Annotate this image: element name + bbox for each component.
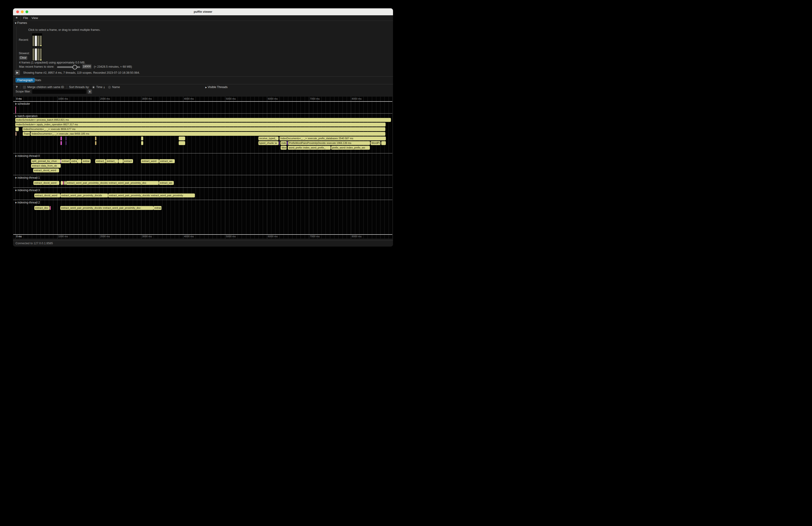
scope-bar[interactable] [95, 136, 97, 141]
collapse-triangle-icon: ▼ [15, 177, 17, 179]
sort-time-label: Time [96, 86, 102, 89]
scope-bar[interactable]: extract_ [95, 159, 106, 163]
frame-bar[interactable] [40, 36, 42, 46]
scope-bar[interactable]: typed_chunk::w [258, 141, 278, 145]
thread-header-indexing-thread:3[interactable]: ▼ indexing-thread:3 [15, 189, 40, 192]
thread-name: batch-operation [17, 115, 38, 118]
scope-bar[interactable] [77, 159, 81, 163]
menu-view[interactable]: View [31, 16, 38, 20]
scope-bar[interactable] [287, 141, 288, 145]
frame-bar[interactable] [35, 36, 37, 46]
scope-bar[interactable]: extract_wo [159, 159, 175, 163]
scope-bar[interactable] [16, 127, 18, 131]
scope-bar[interactable]: extract_word_pair_proximity_docids::extr… [60, 206, 154, 210]
scope-bar[interactable]: split_grenad_by_chun [31, 159, 60, 163]
tab-flamegraph[interactable]: Flamegraph [16, 78, 35, 83]
slowest-frames-thumbnail[interactable] [31, 47, 43, 61]
scope-bar[interactable] [16, 132, 16, 136]
max-frames-slider-knob[interactable] [73, 65, 77, 70]
scope-bar[interactable]: extract [123, 159, 133, 163]
help-button[interactable]: ? [16, 86, 18, 89]
scope-bar[interactable]: extract_doc [34, 206, 49, 210]
scope-bar[interactable]: extract_wo [159, 181, 174, 185]
scope-filter-clear-button[interactable]: x [88, 89, 92, 94]
scope-bar[interactable]: extract_docid_word [33, 169, 59, 172]
scope-bar[interactable]: extract_word [141, 159, 159, 163]
frames-collapse-header[interactable]: ▼ Frames [15, 21, 27, 25]
frame-bar[interactable] [40, 48, 42, 60]
visible-threads-header[interactable]: ▶ Visible Threads [205, 86, 228, 89]
scope-bar[interactable]: extract_docid_word [34, 193, 60, 198]
scope-bar[interactable] [61, 141, 62, 145]
frame-bar[interactable] [37, 48, 39, 60]
axis-tick-label: 5000 ms [226, 97, 236, 100]
scope-bar[interactable]: extract_word_pair_proximity_docids::extr… [108, 193, 195, 198]
scope-bar[interactable]: extract_docid_word [33, 181, 59, 185]
scope-bar[interactable]: extract_word_pair_proximity_docids::extr… [66, 181, 159, 185]
thread-header-indexing-thread:0[interactable]: ▼ indexing-thread:0 [15, 154, 40, 158]
scope-bar[interactable]: IndexDocuments<_, _>::execute_raw 8459.1… [31, 132, 386, 136]
scope-bar[interactable]: extrac [82, 159, 91, 163]
scope-bar[interactable] [118, 159, 123, 163]
scope-bar[interactable]: extract_word_pair_proximity_docids [60, 193, 108, 198]
thread-header-indexing-thread:2[interactable]: ▼ indexing-thread:2 [15, 201, 40, 204]
sort-name-radio[interactable] [108, 86, 111, 89]
theme-toggle-icon[interactable]: ☀ [15, 16, 18, 19]
scope-bar[interactable] [95, 141, 97, 145]
scope-bar[interactable]: IndexScheduler>::apply_index_operation 8… [15, 122, 386, 127]
scope-bar[interactable]: receive_typed_ [258, 136, 278, 141]
frame-bar[interactable] [35, 48, 37, 60]
scope-bar[interactable] [64, 181, 66, 185]
scope-bar[interactable]: WordPr [371, 141, 380, 145]
scope-bar[interactable] [141, 136, 143, 141]
scope-bar[interactable]: IndexDocuments<_, _>::execute_prefix_dat… [279, 136, 386, 141]
menu-file[interactable]: File [23, 16, 28, 20]
thread-header-batch-operation[interactable]: ▼ batch-operation [15, 115, 38, 118]
frame-bar[interactable] [32, 48, 34, 60]
sort-time-radio[interactable] [92, 86, 95, 89]
scope-bar[interactable]: prefix_word::index_prefix_wo [331, 146, 370, 150]
sort-name-label: Name [112, 86, 120, 89]
scope-bar[interactable]: extract [61, 159, 70, 163]
flamegraph-canvas[interactable]: 0 ms0 ms1000 ms1000 ms2000 ms2000 ms3000… [13, 97, 392, 239]
scope-bar[interactable]: Trans [23, 132, 30, 136]
scope-bar[interactable] [279, 141, 280, 145]
sort-direction-arrow-icon: ↓ [103, 86, 105, 89]
scope-bar[interactable]: IndexDocuments<_, _>::execute 8656.677 m… [23, 127, 386, 131]
tab-stats[interactable]: Stats [33, 78, 43, 83]
scope-bar[interactable] [63, 181, 64, 185]
thread-header-scheduler[interactable]: ▼ scheduler [15, 102, 30, 105]
sort-threads-label: Sort threads by: [69, 86, 89, 89]
scope-bar[interactable] [50, 206, 51, 210]
scope-bar[interactable] [141, 141, 143, 145]
scope-bar[interactable] [15, 106, 16, 114]
scope-bar[interactable]: index [280, 141, 287, 145]
scope-bar[interactable]: PrefixWordPairsProximityDocids::execute … [288, 141, 370, 145]
vertical-separator [20, 85, 20, 89]
axis-tick-label: 2000 ms [100, 97, 110, 100]
scope-bar[interactable]: extrac [154, 206, 161, 210]
scope-filter-input[interactable] [32, 89, 86, 94]
scope-bar[interactable]: word_prefix::index_word_prefix_ [288, 146, 331, 150]
scope-bar[interactable] [66, 141, 66, 145]
scope-bar[interactable] [179, 141, 185, 145]
frame-bar[interactable] [37, 36, 39, 46]
merge-children-checkbox[interactable] [23, 86, 26, 89]
scope-bar[interactable]: extra [70, 159, 77, 163]
scope-bar[interactable]: extract_ [106, 159, 118, 163]
scope-bar[interactable]: IndexScheduler>::process_batch 8953.821 … [15, 118, 391, 122]
thread-header-indexing-thread:1[interactable]: ▼ indexing-thread:1 [15, 176, 40, 179]
recent-frames-thumbnail[interactable] [31, 33, 43, 47]
frame-bar[interactable] [32, 36, 34, 46]
scope-bar[interactable]: Word [281, 146, 287, 150]
axis-tick-label: 8000 ms [352, 97, 362, 100]
scope-bar[interactable] [179, 136, 185, 141]
scope-bar[interactable] [61, 181, 63, 185]
max-frames-value[interactable]: 18000 [82, 64, 91, 69]
play-button[interactable]: ▶ [15, 70, 20, 75]
scope-bar[interactable] [61, 136, 62, 141]
scope-bar[interactable] [66, 136, 66, 141]
scope-bar[interactable]: extract::data_from_ob [31, 164, 61, 168]
scope-bar[interactable] [381, 141, 386, 145]
clear-frames-button[interactable]: Clear [19, 56, 27, 60]
